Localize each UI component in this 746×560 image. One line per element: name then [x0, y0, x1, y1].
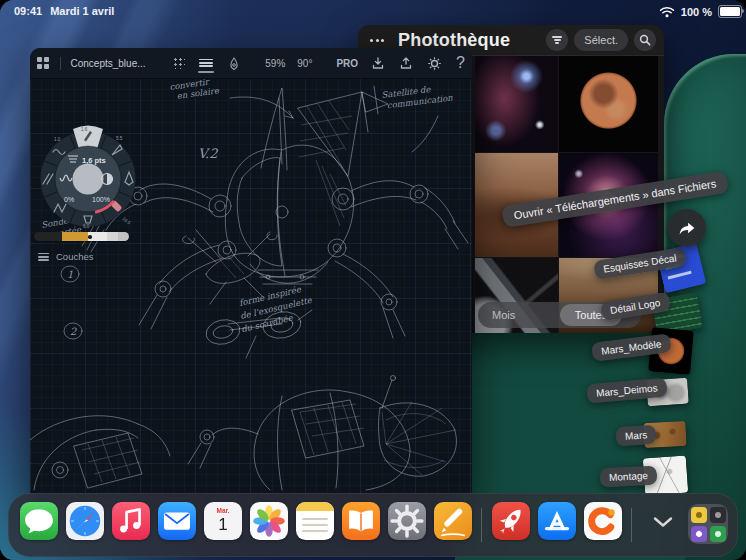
select-button[interactable]: Sélect.	[574, 29, 628, 51]
mini-app-camera-icon	[710, 507, 726, 523]
import-button[interactable]	[364, 48, 392, 78]
app-notes[interactable]	[296, 502, 334, 540]
dock: Mar. 1	[8, 493, 738, 557]
app-photos[interactable]	[250, 502, 288, 540]
wifi-icon	[659, 6, 675, 18]
wheel-size-1: 1.0	[54, 137, 61, 142]
tool-wheel[interactable]: 1.0 5.5 16.5 6.0 1.6 1,6 pts 0% 100%	[30, 116, 148, 242]
gallery-button[interactable]	[30, 48, 56, 78]
settings-button[interactable]	[420, 48, 449, 78]
rotation-angle[interactable]: 90°	[291, 58, 318, 69]
photo-mars-globe[interactable]	[559, 55, 658, 152]
drag-item-label[interactable]: Montage	[600, 466, 658, 488]
app-app-store[interactable]	[538, 502, 576, 540]
dots-grid-icon	[173, 57, 185, 69]
layers-icon	[38, 251, 49, 263]
battery-icon	[718, 5, 742, 18]
pen-nib-icon	[227, 56, 241, 71]
color-bar[interactable]	[34, 232, 129, 241]
import-icon	[371, 56, 385, 70]
opacity-max-label: 100%	[92, 196, 110, 203]
photos-flower-icon	[250, 502, 288, 540]
app-mail[interactable]	[158, 502, 196, 540]
app-music[interactable]	[112, 502, 150, 540]
wheel-size-3: 16.5	[121, 216, 131, 226]
document-title[interactable]: Concepts_blue...	[65, 58, 152, 69]
layers-label: Couches	[56, 251, 94, 262]
status-bar: 09:41 Mardi 1 avril 100 %	[0, 0, 746, 22]
annotation-number-2: 2	[70, 326, 77, 337]
tab-mois[interactable]: Mois	[492, 302, 515, 328]
export-button[interactable]	[392, 48, 420, 78]
dots-grid-button[interactable]	[166, 48, 192, 78]
photo-horsehead-nebula[interactable]	[475, 55, 558, 152]
music-note-icon	[112, 502, 150, 540]
status-time: 09:41	[14, 5, 42, 17]
view-options-button[interactable]	[546, 29, 568, 51]
app-settings[interactable]	[388, 502, 426, 540]
app-color-c[interactable]	[584, 502, 622, 540]
mini-app-green-icon	[710, 526, 726, 542]
pen-mode-button[interactable]	[220, 48, 248, 78]
drag-item-label[interactable]: Mars	[615, 425, 656, 447]
zoom-level[interactable]: 59%	[259, 58, 291, 69]
calendar-day: 1	[204, 515, 242, 535]
filter-lines-icon	[552, 35, 562, 45]
wheel-size-4: 6.0	[83, 224, 90, 229]
battery-label: 100 %	[681, 6, 712, 18]
dock-divider	[631, 508, 632, 542]
export-icon	[399, 56, 413, 70]
chevron-down-icon[interactable]	[652, 515, 674, 529]
forward-arrow-icon	[676, 217, 698, 239]
stroke-size-label: 1,6 pts	[82, 156, 106, 165]
app-concepts[interactable]	[434, 502, 472, 540]
concepts-window: convertir en solaire Satellite de commun…	[30, 48, 472, 500]
book-icon	[342, 502, 380, 540]
list-lines-icon	[199, 57, 213, 69]
messages-icon	[20, 502, 58, 540]
opacity-min-label: 0%	[64, 196, 74, 203]
pen-icon	[434, 502, 472, 540]
settings-gear-icon	[388, 502, 426, 540]
forward-arrow-button[interactable]	[668, 209, 706, 247]
annotation-number-1: 1	[67, 269, 73, 280]
search-icon	[639, 34, 651, 46]
app-store-icon	[538, 502, 576, 540]
pro-badge[interactable]: PRO	[330, 58, 364, 69]
wheel-selected-size: 1.6	[81, 127, 88, 132]
mini-app-star-icon	[691, 526, 707, 542]
grid-icon	[37, 57, 49, 69]
notes-band	[296, 502, 334, 511]
search-button[interactable]	[634, 29, 656, 51]
ipad-screen: Photothèque Sélect. Mois Toutes	[0, 0, 746, 560]
layer-list-button[interactable]	[192, 48, 220, 78]
c-swirl-icon	[584, 502, 622, 540]
app-group[interactable]	[688, 504, 728, 544]
calendar-weekday: Mar.	[204, 507, 242, 514]
app-safari[interactable]	[66, 502, 104, 540]
wheel-center-button[interactable]	[73, 164, 104, 195]
toolbar-divider	[60, 57, 61, 70]
app-calendar[interactable]: Mar. 1	[204, 502, 242, 540]
help-button[interactable]: ?	[449, 48, 472, 78]
app-books[interactable]	[342, 502, 380, 540]
layers-button[interactable]: Couches	[38, 251, 94, 263]
gear-icon	[427, 56, 442, 71]
app-messages[interactable]	[20, 502, 58, 540]
dock-divider	[481, 508, 482, 542]
rocket-icon	[492, 502, 530, 540]
more-icon[interactable]	[370, 39, 384, 42]
status-date: Mardi 1 avril	[50, 5, 114, 17]
wheel-size-2: 5.5	[116, 136, 123, 141]
app-rocket[interactable]	[492, 502, 530, 540]
concepts-toolbar: Concepts_blue... 59% 90° PRO ?	[30, 48, 472, 79]
safari-icon	[66, 502, 104, 540]
mini-app-lightbulb-icon	[691, 507, 707, 523]
mail-icon	[158, 502, 196, 540]
annotation-version: V.2	[198, 146, 218, 161]
color-bar-marker	[88, 235, 92, 239]
